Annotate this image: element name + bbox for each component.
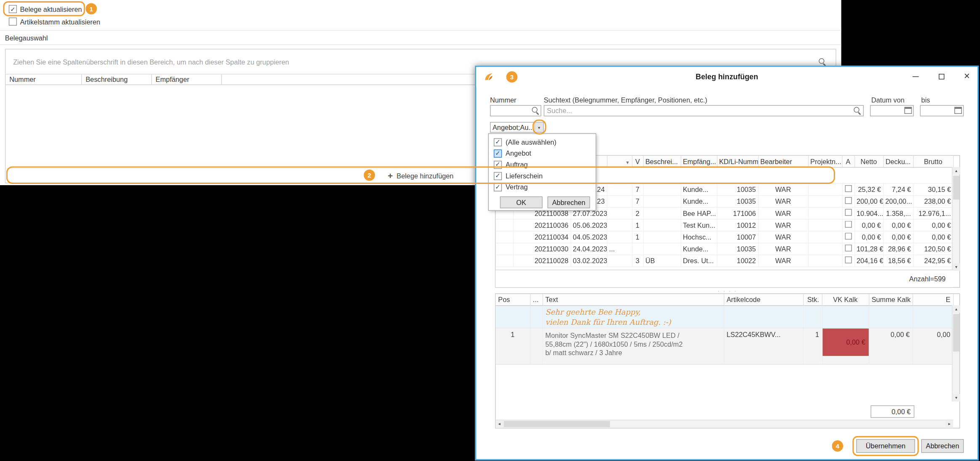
column-header-artikelcode[interactable]: Artikelcode <box>724 294 803 305</box>
cell <box>530 328 543 364</box>
column-header-kd-li-nummer[interactable]: KD/Li-Nummer <box>717 156 758 167</box>
row-select-checkbox[interactable] <box>845 209 851 216</box>
cell-stk: 1 <box>803 328 822 364</box>
filter-option-alle[interactable]: ✓ (Alle auswählen) <box>489 136 596 148</box>
column-header-brutto[interactable]: Brutto <box>913 156 953 167</box>
checkbox-checked-icon[interactable]: ✓ <box>494 138 502 146</box>
cell-text: Monitor SyncMaster SM S22C450BW LED / 55… <box>543 328 724 364</box>
cell-belegart <box>607 219 632 231</box>
splitter-handle[interactable]: · · · · <box>495 289 960 293</box>
column-header-dots[interactable]: ... <box>530 294 543 305</box>
column-header-text[interactable]: Text <box>543 294 724 305</box>
column-header-beschreibung[interactable]: Beschreibung <box>82 74 152 84</box>
datum-bis-field-wrap <box>920 105 964 116</box>
beleg-row[interactable]: 202110030 24.04.2023 ... Kunde... 10035 … <box>495 243 953 254</box>
cell-belegart <box>607 195 632 207</box>
scroll-up-button[interactable]: ▲ <box>953 305 960 313</box>
filter-option-vertrag[interactable]: ✓ Vertrag <box>489 181 596 193</box>
column-header-empfaenger[interactable]: Empfänger <box>152 74 222 84</box>
belegart-filter-dropdown[interactable]: Angebot;Au... ▼ <box>490 122 544 132</box>
belege-aktualisieren-checkbox[interactable]: ✓ Belege aktualisieren <box>9 5 82 13</box>
column-header-bearbeiter[interactable]: Bearbeiter <box>758 156 808 167</box>
filter-arrow-icon[interactable]: ▼ <box>625 160 629 164</box>
checkbox-checked-icon[interactable]: ✓ <box>494 172 502 180</box>
row-select-checkbox[interactable] <box>845 233 851 240</box>
cell-projekt <box>808 243 842 254</box>
artikelstamm-aktualisieren-label: Artikelstamm aktualisieren <box>20 18 100 25</box>
cell-brutto: 0,00 € <box>913 231 953 243</box>
column-header-beschreibung[interactable]: Beschrei... <box>643 156 680 167</box>
dialog-titlebar[interactable]: 3 Beleg hinzufügen × <box>476 67 977 87</box>
column-header-belegart[interactable]: ▼ <box>607 156 632 167</box>
vertical-scrollbar[interactable]: ▲ ▼ <box>952 305 959 402</box>
scrollbar-thumb[interactable] <box>504 421 610 427</box>
scroll-down-button[interactable]: ▼ <box>953 394 960 402</box>
column-header-empfaenger[interactable]: Empfäng... <box>680 156 717 167</box>
column-header-v[interactable]: V <box>632 156 643 167</box>
cell-deckung: 0,00 € <box>883 231 913 243</box>
column-header-deckung[interactable]: Decku... <box>883 156 913 167</box>
artikelstamm-aktualisieren-checkbox[interactable]: Artikelstamm aktualisieren <box>9 18 100 26</box>
column-header-netto[interactable]: Netto <box>854 156 883 167</box>
column-header-vk-kalk[interactable]: VK Kalk <box>822 294 869 305</box>
cell-empfaenger: Kunde... <box>680 243 717 254</box>
search-input[interactable] <box>544 105 864 116</box>
row-select-checkbox[interactable] <box>845 256 851 263</box>
column-header-projektnummer[interactable]: Projektn... <box>808 156 842 167</box>
checkbox-checked-icon[interactable]: ✓ <box>494 149 502 157</box>
position-message-row[interactable]: Sehr geehrte Bee Happy, vielen Dank für … <box>495 305 953 328</box>
checkbox-checked-icon[interactable]: ✓ <box>494 160 502 168</box>
filter-option-auftrag[interactable]: ✓ Auftrag <box>489 159 596 170</box>
vertical-scrollbar[interactable]: ▲ ▼ <box>952 167 959 271</box>
beleg-row[interactable]: 202110034 04.05.2023 1 Hochsc... 10007 W… <box>495 231 953 243</box>
column-header-stk[interactable]: Stk. <box>803 294 822 305</box>
column-header-summe-kalk[interactable]: Summe Kalk <box>869 294 913 305</box>
checkbox-unchecked-icon[interactable] <box>9 18 17 26</box>
filter-option-lieferschein[interactable]: ✓ Lieferschein <box>489 170 596 181</box>
maximize-button[interactable] <box>933 70 950 84</box>
checkbox-checked-icon[interactable]: ✓ <box>9 5 17 13</box>
cell-empfaenger: Kunde... <box>680 195 717 207</box>
column-header-a[interactable]: A <box>842 156 854 167</box>
cell-v: 2 <box>632 207 643 219</box>
close-button[interactable]: × <box>959 70 975 84</box>
checkbox-checked-icon[interactable]: ✓ <box>494 183 502 191</box>
scroll-up-button[interactable]: ▲ <box>953 167 960 175</box>
popup-ok-button[interactable]: OK <box>500 197 543 208</box>
scrollbar-thumb[interactable] <box>953 314 959 351</box>
cell-empfaenger: Test Kun... <box>680 219 717 231</box>
column-header-pos[interactable]: Pos <box>495 294 530 305</box>
row-select-checkbox[interactable] <box>845 221 851 228</box>
cell <box>530 305 543 328</box>
filter-option-angebot[interactable]: ✓ Angebot <box>489 148 596 159</box>
column-header-nummer[interactable]: Nummer <box>5 74 82 84</box>
scrollbar-thumb[interactable] <box>953 176 959 199</box>
scroll-down-button[interactable]: ▼ <box>953 263 960 271</box>
minimize-button[interactable] <box>908 70 924 84</box>
cell-projekt <box>808 195 842 207</box>
minimize-icon <box>913 76 919 76</box>
calendar-icon[interactable] <box>905 107 912 114</box>
cell-bearbeiter: WAR <box>758 183 808 195</box>
cell-empfaenger: Bee HAP... <box>680 207 717 219</box>
cell-datum: 03.02.2023 <box>570 255 607 267</box>
beleg-row[interactable]: 202110028 03.02.2023 3 ÜB Dres. Ut... 10… <box>495 255 953 267</box>
row-select-checkbox[interactable] <box>845 197 851 204</box>
cell-v <box>632 243 643 254</box>
popup-cancel-button[interactable]: Abbrechen <box>547 197 590 208</box>
abbrechen-button[interactable]: Abbrechen <box>921 439 964 453</box>
position-row[interactable]: 1 Monitor SyncMaster SM S22C450BW LED / … <box>495 328 953 364</box>
row-select-checkbox[interactable] <box>845 245 851 251</box>
screen: ✓ Belege aktualisieren 1 Artikelstamm ak… <box>0 0 980 461</box>
scroll-right-button[interactable]: ► <box>945 421 953 428</box>
calendar-icon[interactable] <box>954 107 962 114</box>
uebernehmen-button[interactable]: Übernehmen <box>856 439 915 453</box>
search-icon[interactable] <box>818 57 827 66</box>
horizontal-scrollbar[interactable]: ◄ ► <box>495 420 953 428</box>
scroll-left-button[interactable]: ◄ <box>495 421 503 428</box>
divider <box>0 44 841 45</box>
row-select-checkbox[interactable] <box>845 185 851 192</box>
column-header-last[interactable]: E <box>913 294 953 305</box>
dropdown-arrow-icon[interactable]: ▼ <box>534 123 543 132</box>
beleg-row[interactable]: 202110036 05.06.2023 1 Test Kun... 10012… <box>495 219 953 231</box>
